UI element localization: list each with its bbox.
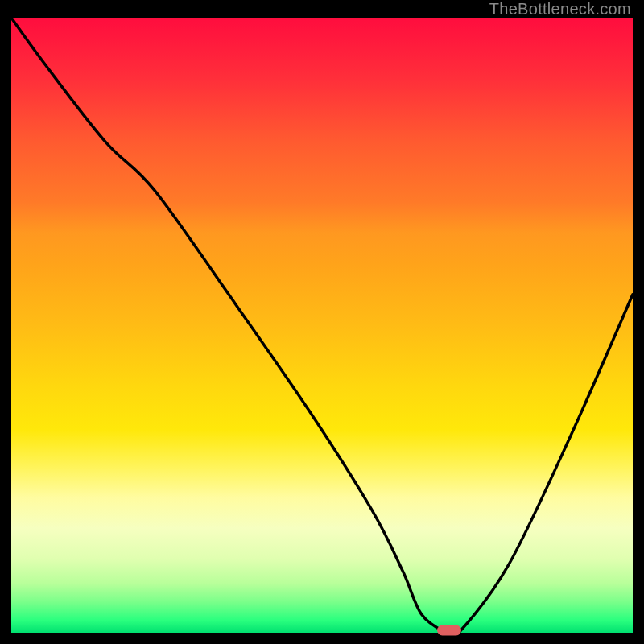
- watermark-text: TheBottleneck.com: [489, 0, 631, 19]
- bottleneck-chart: [11, 18, 633, 633]
- optimal-marker: [437, 625, 461, 636]
- chart-curve: [11, 18, 633, 633]
